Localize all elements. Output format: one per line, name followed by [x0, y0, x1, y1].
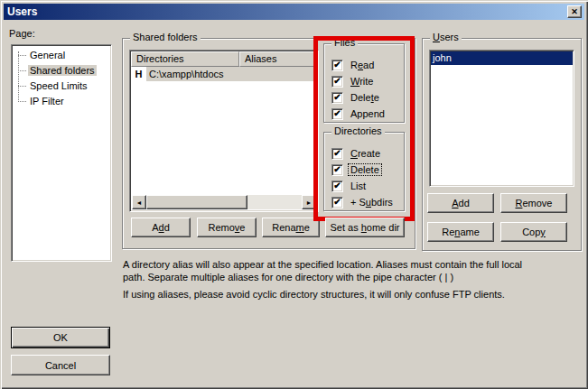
page-label: Page:: [9, 28, 35, 39]
users-list[interactable]: john: [429, 50, 574, 187]
home-marker: H: [131, 67, 146, 81]
shared-folders-list[interactable]: Directories Aliases H C:\xampp\htdocs ◄ …: [129, 50, 319, 212]
annotation-highlight-rectangle: [313, 36, 415, 221]
add-user-button[interactable]: Add: [427, 193, 494, 213]
tree-dash-icon: [18, 86, 26, 87]
list-header: Directories Aliases: [131, 51, 317, 67]
shared-folders-group-label: Shared folders: [130, 32, 201, 43]
column-header-aliases[interactable]: Aliases: [239, 51, 317, 67]
users-group-label: Users: [430, 32, 462, 43]
directory-path: C:\xampp\htdocs: [146, 67, 317, 81]
table-row[interactable]: H C:\xampp\htdocs: [131, 67, 317, 81]
alias-help-text: A directory alias will also appear at th…: [123, 258, 585, 301]
scroll-left-icon[interactable]: ◄: [132, 195, 146, 209]
page-item-general[interactable]: General: [12, 48, 111, 63]
list-item-user[interactable]: john: [431, 51, 573, 65]
page-tree[interactable]: General Shared folders Speed Limits IP F…: [11, 44, 112, 262]
help-line-3: If using aliases, please avoid cyclic di…: [123, 288, 585, 301]
remove-user-button[interactable]: Remove: [500, 193, 567, 213]
page-item-ip-filter[interactable]: IP Filter: [12, 94, 111, 109]
page-item-speed-limits[interactable]: Speed Limits: [12, 79, 111, 94]
horizontal-scrollbar[interactable]: ◄ ►: [132, 195, 316, 209]
help-line-1: A directory alias will also appear at th…: [123, 258, 585, 271]
scrollbar-thumb[interactable]: [146, 195, 247, 209]
copy-user-button[interactable]: Copy: [500, 222, 567, 242]
page-item-shared-folders[interactable]: Shared folders: [12, 63, 111, 79]
remove-folder-button[interactable]: Remove: [197, 218, 257, 237]
users-dialog: Users ✕ Page: General Shared folders Spe…: [0, 0, 588, 389]
tree-dash-icon: [18, 55, 26, 56]
add-folder-button[interactable]: Add: [131, 218, 191, 237]
rename-folder-button[interactable]: Rename: [262, 218, 320, 237]
tree-dash-icon: [18, 101, 26, 102]
set-as-home-dir-button[interactable]: Set as home dir: [325, 218, 405, 237]
help-line-2: path. Separate multiple aliases for one …: [123, 271, 585, 283]
cancel-button[interactable]: Cancel: [11, 355, 110, 375]
scrollbar-track[interactable]: [247, 195, 302, 209]
window-title: Users: [4, 5, 37, 18]
ok-button[interactable]: OK: [11, 327, 110, 348]
title-bar[interactable]: Users ✕: [4, 4, 584, 20]
column-header-directories[interactable]: Directories: [131, 51, 239, 67]
rename-user-button[interactable]: Rename: [427, 222, 494, 242]
tree-dash-icon: [18, 70, 26, 71]
close-icon[interactable]: ✕: [567, 5, 582, 18]
